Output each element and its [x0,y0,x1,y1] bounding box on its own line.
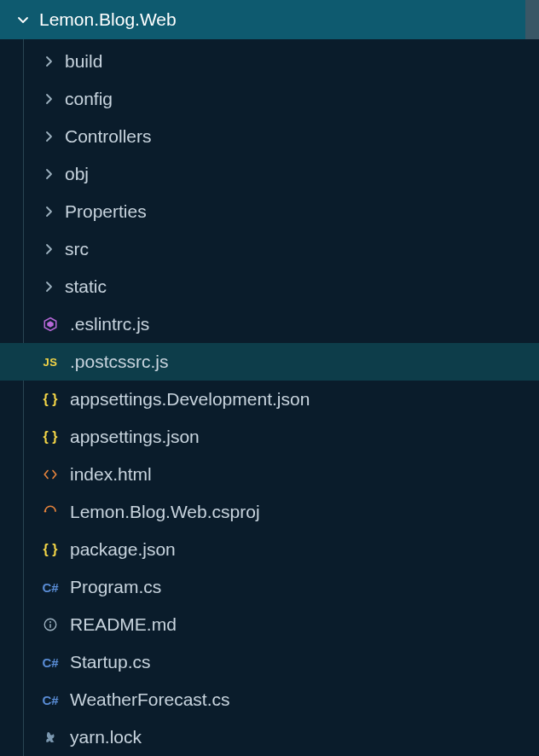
eslint-icon [41,317,60,332]
svg-rect-5 [49,624,51,628]
folder-row[interactable]: src [0,230,539,268]
svg-point-2 [44,510,46,512]
file-row[interactable]: C#Program.cs [0,568,539,606]
file-label: .eslintrc.js [70,314,149,334]
root-folder-label: Lemon.Blog.Web [39,9,177,30]
js-icon: JS [41,356,60,369]
file-label: README.md [70,614,177,635]
folder-row[interactable]: config [0,80,539,118]
chevron-right-icon [41,129,56,144]
csproj-icon [41,504,60,520]
svg-point-4 [49,621,51,623]
file-label: .postcssrc.js [70,352,169,372]
chevron-right-icon [41,241,56,257]
json-icon: { } [41,429,60,445]
file-label: appsettings.json [70,427,200,447]
folder-row[interactable]: Controllers [0,118,539,155]
file-row[interactable]: index.html [0,456,539,493]
folder-row[interactable]: Properties [0,193,539,230]
chevron-right-icon [41,91,56,107]
file-row[interactable]: .eslintrc.js [0,305,539,343]
info-icon [41,617,60,632]
folder-label: config [65,89,113,109]
folder-label: static [65,276,107,297]
folder-label: build [65,51,102,72]
tree-children: buildconfigControllersobjPropertiessrcst… [0,39,539,756]
yarn-icon [41,730,60,745]
json-icon: { } [41,392,60,407]
scrollbar-vertical[interactable] [525,0,539,756]
chevron-right-icon [41,54,56,69]
folder-label: Controllers [65,126,152,147]
json-icon: { } [41,542,60,557]
folder-label: obj [65,164,89,184]
csharp-icon: C# [41,580,60,595]
file-label: Lemon.Blog.Web.csproj [70,502,260,522]
svg-marker-1 [47,321,54,328]
csharp-icon: C# [41,693,60,707]
folder-label: Properties [65,201,147,222]
file-label: yarn.lock [70,727,142,747]
file-label: WeatherForecast.cs [70,689,230,710]
html-icon [41,467,60,482]
folder-row[interactable]: build [0,43,539,80]
folder-row[interactable]: static [0,268,539,305]
root-folder-header[interactable]: Lemon.Blog.Web [0,0,539,39]
file-label: package.json [70,539,176,560]
file-row[interactable]: { }appsettings.json [0,418,539,456]
file-row[interactable]: C#WeatherForecast.cs [0,681,539,718]
folder-label: src [65,239,89,259]
folder-row[interactable]: obj [0,155,539,193]
chevron-right-icon [41,279,56,294]
file-row[interactable]: README.md [0,606,539,643]
file-label: Startup.cs [70,652,151,672]
chevron-down-icon [15,12,31,27]
file-row[interactable]: yarn.lock [0,718,539,756]
file-label: index.html [70,464,152,485]
file-label: appsettings.Development.json [70,389,310,410]
chevron-right-icon [41,204,56,219]
file-row[interactable]: { }appsettings.Development.json [0,381,539,418]
file-row[interactable]: JS.postcssrc.js [0,343,539,381]
file-row[interactable]: Lemon.Blog.Web.csproj [0,493,539,531]
file-row[interactable]: C#Startup.cs [0,643,539,681]
file-label: Program.cs [70,577,161,597]
csharp-icon: C# [41,655,60,670]
chevron-right-icon [41,166,56,182]
file-row[interactable]: { }package.json [0,531,539,568]
file-explorer-tree: Lemon.Blog.Web buildconfigControllersobj… [0,0,539,756]
scrollbar-thumb[interactable] [525,0,539,39]
